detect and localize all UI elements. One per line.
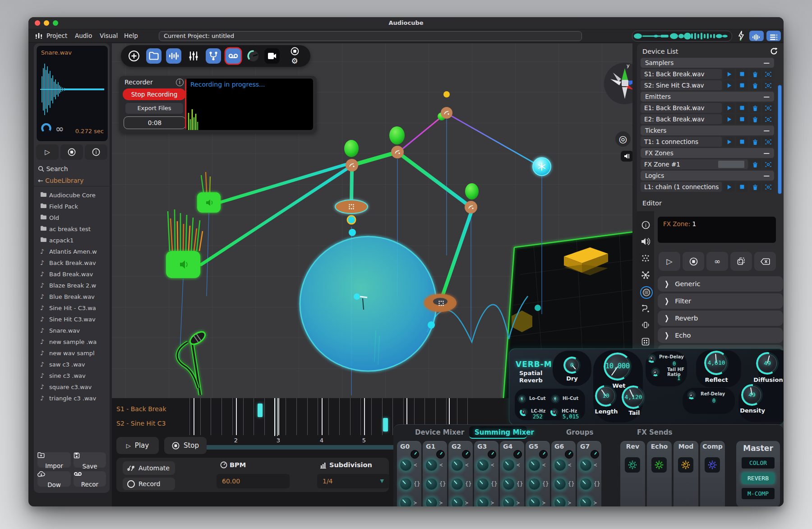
device-section-header[interactable]: Emitters—: [641, 92, 774, 102]
device-focus-button[interactable]: [762, 159, 774, 169]
device-play-button[interactable]: [723, 103, 735, 113]
pan-knob[interactable]: [565, 450, 573, 459]
menu-help[interactable]: Help: [124, 32, 138, 39]
pan-knob[interactable]: [513, 450, 522, 459]
device-section-header[interactable]: Samplers—: [641, 58, 774, 68]
editor-path-icon[interactable]: [640, 303, 651, 314]
library-folder[interactable]: Audiocube Core: [34, 190, 110, 201]
library-file[interactable]: ♪Sine Hit C3.wav: [34, 314, 110, 325]
device-play-button[interactable]: [723, 137, 735, 147]
viewport-3d[interactable]: ⚙ Recorder i Stop Recording Export Files…: [112, 43, 632, 398]
send-knob[interactable]: [425, 459, 438, 471]
mixer-channel-g5[interactable]: G5≺{}≻: [526, 441, 550, 506]
settings-gear-icon[interactable]: ⚙: [285, 56, 304, 66]
knob-wet[interactable]: 10,000: [604, 353, 632, 381]
send-knob[interactable]: [554, 478, 566, 490]
send-knob[interactable]: [477, 497, 489, 506]
tab-device-mixer[interactable]: Device Mixer: [415, 428, 464, 436]
device-delete-button[interactable]: [749, 182, 761, 192]
knob-reflect[interactable]: 4,610: [704, 351, 729, 375]
device-focus-button[interactable]: [762, 80, 774, 90]
library-file[interactable]: ♪saw c3 .wav: [34, 359, 110, 370]
send-fx-icon[interactable]: [678, 457, 693, 473]
orange-torus[interactable]: [424, 294, 457, 312]
list-panel-button[interactable]: [766, 31, 781, 41]
send-fx-icon[interactable]: [625, 457, 640, 473]
device-row-label[interactable]: E1: Back Break.wav: [641, 103, 722, 113]
editor-grid-icon[interactable]: [640, 336, 651, 347]
device-stop-button[interactable]: [736, 114, 748, 124]
library-file[interactable]: ♪square c3.wav: [34, 381, 110, 393]
mixer-channel-g1[interactable]: G1≺{}≻: [423, 441, 447, 506]
target-view-button[interactable]: ◎: [615, 131, 631, 147]
bpm-value-field[interactable]: 60.00: [217, 474, 290, 488]
speaker-cube-large[interactable]: [166, 209, 203, 278]
device-play-button[interactable]: [723, 114, 735, 124]
device-stop-button[interactable]: [736, 182, 748, 192]
knob-hi-cut[interactable]: 0: [551, 394, 560, 404]
device-list-scrollbar[interactable]: [778, 85, 782, 194]
fx-send-strip-mod[interactable]: Mod: [674, 441, 698, 506]
pan-knob[interactable]: [462, 450, 471, 459]
master-m-comp-button[interactable]: M-COMP: [742, 488, 775, 499]
knob-tail-hf[interactable]: [651, 367, 660, 376]
track-label-s2[interactable]: S2 - Sine Hit C3: [116, 420, 166, 427]
send-knob[interactable]: [554, 497, 566, 506]
editor-section-filter[interactable]: ❯Filter: [658, 293, 783, 309]
editor-stop-button[interactable]: [683, 252, 704, 271]
clip-s2[interactable]: [383, 418, 388, 432]
recorder-info-icon[interactable]: i: [176, 79, 184, 86]
device-row[interactable]: S1: Back Break.wav: [641, 69, 774, 79]
record-sample-button[interactable]: Recor: [74, 471, 106, 487]
device-stop-button[interactable]: [736, 137, 748, 147]
browser-tool-button[interactable]: [146, 48, 161, 64]
send-knob[interactable]: [580, 459, 592, 471]
editor-clear-button[interactable]: [754, 252, 776, 271]
mute-toggle-button[interactable]: [621, 151, 632, 162]
device-delete-button[interactable]: [749, 159, 761, 169]
send-knob[interactable]: [477, 459, 489, 471]
knob-ref-delay[interactable]: [687, 390, 696, 399]
send-knob[interactable]: [554, 459, 566, 471]
device-focus-button[interactable]: [762, 69, 774, 79]
bolt-icon[interactable]: [737, 31, 746, 41]
preview-info-button[interactable]: i: [85, 144, 107, 160]
send-knob[interactable]: [528, 459, 540, 471]
device-row[interactable]: L1: chain (1 connections: [641, 182, 774, 192]
send-knob[interactable]: [528, 497, 540, 506]
mixer-tool-button[interactable]: [186, 48, 201, 64]
track-label-s1[interactable]: S1 - Back Break: [116, 405, 166, 413]
connections-tool-button[interactable]: [206, 48, 221, 64]
send-knob[interactable]: [503, 478, 515, 490]
master-color-button[interactable]: COLOR: [742, 457, 775, 469]
library-folder[interactable]: ac breaks test: [34, 223, 110, 235]
master-reverb-button[interactable]: REVERB: [742, 473, 775, 484]
knob-lo-cut[interactable]: 0: [517, 394, 526, 404]
device-play-button[interactable]: [723, 69, 735, 79]
device-row-label[interactable]: S1: Back Break.wav: [641, 69, 722, 79]
subdivision-select[interactable]: 1/4 ▼: [317, 474, 389, 488]
mixer-channel-g4[interactable]: G4≺{}≻: [500, 441, 524, 506]
device-row[interactable]: E1: Back Break.wav: [641, 103, 774, 113]
device-focus-button[interactable]: [762, 114, 774, 124]
menu-visual[interactable]: Visual: [100, 32, 118, 39]
library-file[interactable]: ♪Blue Break.wav: [34, 291, 110, 302]
stop-recording-button[interactable]: Stop Recording: [123, 88, 186, 100]
tab-groups[interactable]: Groups: [566, 428, 593, 436]
mixer-channel-g3[interactable]: G3≺{}≻: [474, 441, 498, 506]
send-knob[interactable]: [580, 497, 592, 506]
import-button[interactable]: Impor: [37, 452, 71, 468]
editor-section-reverb[interactable]: ❯Reverb: [658, 311, 783, 326]
device-stop-button[interactable]: [736, 69, 748, 79]
send-fx-icon[interactable]: [705, 457, 720, 473]
fx-zone-sphere[interactable]: [300, 237, 436, 371]
knob-tool-button[interactable]: [245, 48, 261, 64]
editor-play-button[interactable]: ▷: [659, 252, 680, 271]
library-search[interactable]: Search: [38, 165, 68, 172]
loop-icon[interactable]: ∞: [55, 123, 64, 135]
pan-knob[interactable]: [591, 450, 599, 459]
editor-vibrate-icon[interactable]: [640, 320, 651, 330]
library-file[interactable]: ♪new wav sampl: [34, 348, 110, 359]
library-file[interactable]: ♪new sample .wa: [34, 336, 110, 348]
recorder-tool-button[interactable]: [226, 48, 241, 64]
